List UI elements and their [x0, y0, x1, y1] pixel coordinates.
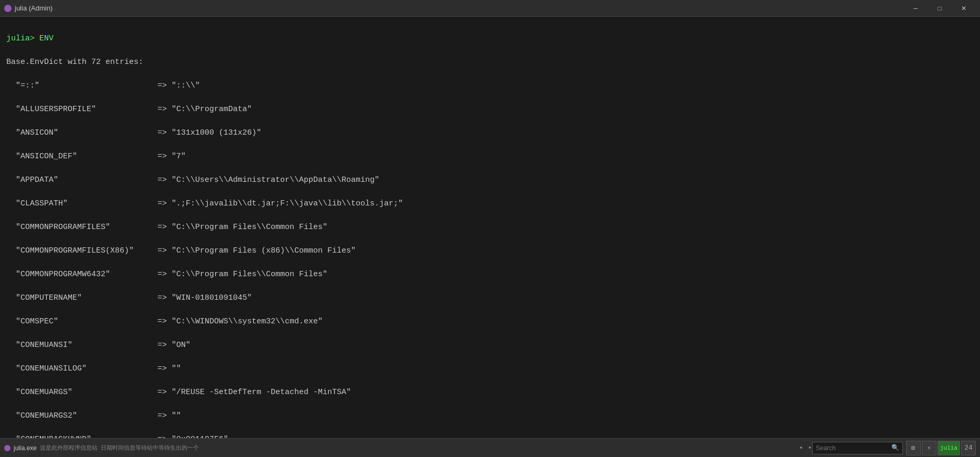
taskbar-icon-julia[interactable]: julia	[938, 441, 960, 455]
taskbar-icon-2[interactable]: ⚡	[922, 441, 936, 455]
env-line-11: "COMSPEC" => "C:\\WINDOWS\\system32\\cmd…	[6, 316, 974, 328]
env-line-2: "ALLUSERSPROFILE" => "C:\\ProgramData"	[6, 104, 974, 116]
env-line-12: "CONEMUANSI" => "ON"	[6, 340, 974, 352]
command-line: julia> ENV	[6, 33, 974, 45]
minimize-button[interactable]: ─	[903, 0, 928, 17]
bottom-bar: julia.exe 这是此外部程序信息站 日期时间信息等待站中等待生出的一个 •…	[0, 438, 980, 457]
env-line-6: "CLASSPATH" => ".;F:\\javalib\\dt.jar;F:…	[6, 198, 974, 210]
close-button[interactable]: ✕	[952, 0, 976, 17]
taskbar-icon-3[interactable]: 24	[961, 441, 976, 455]
env-line-10: "COMPUTERNAME" => "WIN-01801091045"	[6, 292, 974, 304]
status-text-1: 这是此外部程序信息站	[40, 444, 98, 452]
command-text: ENV	[35, 34, 54, 43]
prompt-1: julia>	[6, 34, 35, 43]
env-line-5: "APPDATA" => "C:\\Users\\Administrator\\…	[6, 175, 974, 187]
window-controls: ─ □ ✕	[903, 0, 976, 17]
search-icon[interactable]: 🔍	[891, 444, 899, 452]
env-line-7: "COMMONPROGRAMFILES" => "C:\\Program Fil…	[6, 222, 974, 234]
search-box[interactable]: 🔍	[812, 442, 903, 454]
env-line-8: "COMMONPROGRAMFILES(X86)" => "C:\\Progra…	[6, 245, 974, 257]
env-line-3: "ANSICON" => "131x1000 (131x26)"	[6, 127, 974, 139]
title-bar: julia (Admin) ─ □ ✕	[0, 0, 980, 17]
bottom-left-section: julia.exe 这是此外部程序信息站 日期时间信息等待站中等待生出的一个	[4, 444, 799, 452]
search-input[interactable]	[816, 444, 889, 452]
julia-taskbar-icon	[4, 445, 10, 451]
env-line-15: "CONEMUARGS2" => ""	[6, 410, 974, 422]
terminal-content: julia> ENV Base.EnvDict with 72 entries:…	[6, 21, 974, 438]
env-line-1: "=::" => "::\\"	[6, 80, 974, 92]
taskbar-icons: ⊞ ⚡ julia 24	[906, 441, 976, 455]
status-text-2: 日期时间信息等待站中等待生出的一个	[101, 444, 199, 452]
output-header: Base.EnvDict with 72 entries:	[6, 57, 974, 69]
bottom-right-section: 🔍 ⊞ ⚡ julia 24	[812, 441, 976, 455]
window-title: julia (Admin)	[15, 4, 903, 12]
julia-icon	[4, 5, 12, 12]
dots-indicator: • •	[799, 444, 812, 452]
env-line-14: "CONEMUARGS" => "/REUSE -SetDefTerm -Det…	[6, 387, 974, 399]
taskbar-icon-1[interactable]: ⊞	[906, 441, 921, 455]
terminal-area: julia> ENV Base.EnvDict with 72 entries:…	[0, 17, 980, 438]
maximize-button[interactable]: □	[928, 0, 952, 17]
env-line-16: "CONEMUBACKHWND" => "0x001107F6"	[6, 434, 974, 439]
app-name-label: julia.exe	[14, 444, 37, 452]
env-line-4: "ANSICON_DEF" => "7"	[6, 151, 974, 163]
bottom-center-section: • •	[799, 444, 812, 452]
env-line-13: "CONEMUANSILOG" => ""	[6, 363, 974, 375]
env-line-9: "COMMONPROGRAMW6432" => "C:\\Program Fil…	[6, 269, 974, 281]
